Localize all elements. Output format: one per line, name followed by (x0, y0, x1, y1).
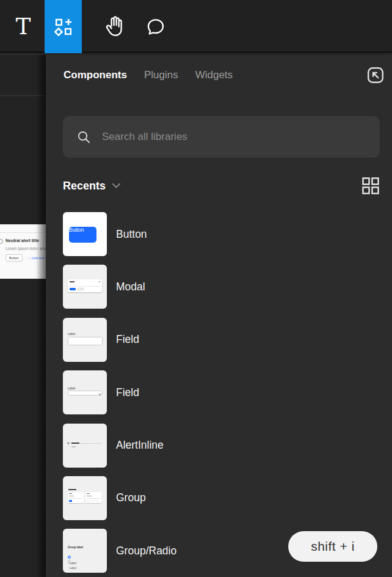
thumb-field-select (68, 391, 103, 395)
thumb-field-label: Label (68, 387, 75, 390)
component-thumbnail: Button (63, 212, 107, 256)
list-item-field-select[interactable]: Label Field (63, 370, 176, 414)
comment-tool-button[interactable] (143, 0, 169, 53)
list-item-alertinline[interactable]: AlertInline (63, 424, 176, 468)
panel-tabs: Components Plugins Widgets (64, 66, 233, 84)
component-thumbnail: Group label Label Label (63, 529, 107, 573)
list-item-modal[interactable]: Modal (63, 265, 176, 309)
text-tool-icon: T (16, 15, 31, 38)
search-icon (76, 130, 91, 144)
recents-header: Recents (63, 175, 380, 197)
thumb-field-label: Label (68, 333, 75, 336)
thumb-radio-group-title: Group label (68, 546, 83, 549)
component-thumbnail (63, 265, 107, 309)
thumb-modal-preview (68, 279, 102, 292)
comment-bubble-icon (146, 17, 165, 37)
panel-drop-shadow (36, 55, 46, 577)
canvas-area[interactable]: Neutral alert title Lorem ipsum dolor am… (0, 55, 46, 577)
thumb-field-input (68, 337, 103, 345)
recents-dropdown[interactable]: Recents (63, 180, 120, 193)
chevron-down-icon (112, 183, 120, 188)
component-name: AlertInline (116, 439, 164, 452)
component-thumbnail (63, 476, 107, 520)
component-thumbnail (63, 424, 107, 468)
list-item-group-radio[interactable]: Group label Label Label Group/Radio (63, 529, 176, 573)
tab-plugins[interactable]: Plugins (144, 69, 178, 81)
open-as-window-button[interactable] (365, 65, 386, 86)
thumb-group-card (68, 492, 84, 503)
recents-title: Recents (63, 180, 106, 193)
alert-title: Neutral alert title (5, 238, 39, 243)
chevron-down-icon (98, 392, 101, 395)
component-name: Field (116, 333, 139, 346)
radio-unselected-icon (68, 560, 71, 564)
alert-button: Button (5, 254, 23, 262)
hand-tool-button[interactable] (101, 0, 127, 53)
search-input[interactable] (102, 131, 368, 143)
component-name: Group (116, 491, 146, 504)
list-item-button[interactable]: Button Button (63, 212, 176, 256)
keyboard-shortcut-badge: shift + i (288, 531, 377, 562)
component-name: Button (116, 228, 147, 241)
list-item-group[interactable]: Group (63, 476, 176, 520)
arrow-top-left-icon (365, 65, 386, 86)
component-thumbnail: Label (63, 318, 107, 362)
grid-view-icon (362, 177, 379, 194)
components-panel: Components Plugins Widgets Recents (46, 55, 392, 577)
assets-tool-button[interactable] (45, 0, 82, 53)
thumb-button-preview: Button (69, 227, 96, 243)
component-name: Field (116, 386, 139, 399)
tab-widgets[interactable]: Widgets (195, 69, 233, 81)
list-item-field[interactable]: Label Field (63, 318, 176, 362)
thumb-group-card (85, 492, 101, 503)
text-tool-button[interactable]: T (7, 0, 39, 53)
component-thumbnail: Label (63, 370, 107, 414)
recents-list: Button Button Modal Label Field (63, 212, 176, 573)
search-bar[interactable] (63, 116, 380, 158)
toolbar: T (0, 0, 392, 53)
grid-view-button[interactable] (361, 177, 380, 195)
component-name: Modal (116, 281, 145, 293)
hand-icon (104, 16, 125, 38)
assets-icon (54, 18, 73, 36)
thumb-radio-option: Label (68, 556, 71, 567)
tab-components[interactable]: Components (64, 69, 127, 81)
component-name: Group/Radio (116, 545, 176, 557)
alert-status-icon (0, 239, 3, 244)
